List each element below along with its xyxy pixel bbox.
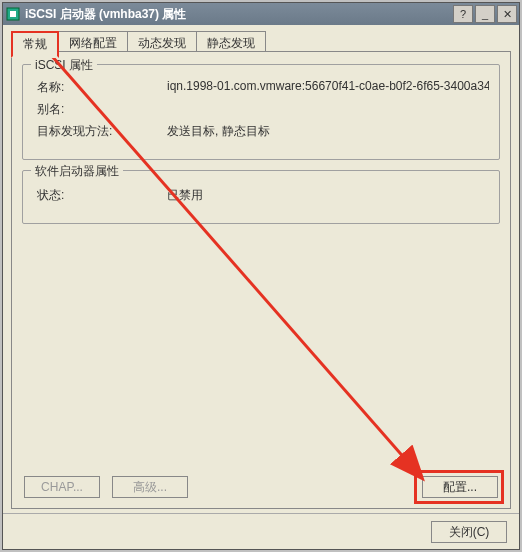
status-label: 状态:	[37, 187, 167, 205]
chap-button[interactable]: CHAP...	[24, 476, 100, 498]
advanced-button[interactable]: 高级...	[112, 476, 188, 498]
tab-general-label: 常规	[23, 37, 47, 51]
close-button[interactable]: 关闭(C)	[431, 521, 507, 543]
close-button-label: 关闭(C)	[449, 524, 490, 541]
app-icon	[5, 6, 21, 22]
group-software-initiator: 软件启动器属性 状态: 已禁用	[22, 170, 500, 224]
group-iscsi-legend: iSCSI 属性	[31, 57, 97, 74]
chap-button-label: CHAP...	[41, 480, 83, 494]
group-iscsi-properties: iSCSI 属性 名称: iqn.1998-01.com.vmware:5667…	[22, 64, 500, 160]
alias-value	[167, 101, 489, 119]
content-area: 常规 网络配置 动态发现 静态发现 iSCSI 属性 名称: iqn.1998-…	[3, 25, 519, 549]
configure-button[interactable]: 配置...	[422, 476, 498, 498]
bottom-bar: 关闭(C)	[3, 513, 519, 549]
configure-button-label: 配置...	[443, 479, 477, 496]
name-label: 名称:	[37, 79, 167, 97]
dialog-window: iSCSI 启动器 (vmhba37) 属性 ? _ ✕ 常规 网络配置 动态发…	[2, 2, 520, 550]
discovery-value: 发送目标, 静态目标	[167, 123, 489, 141]
tab-network-label: 网络配置	[69, 36, 117, 50]
status-value: 已禁用	[167, 187, 489, 205]
tab-panel: iSCSI 属性 名称: iqn.1998-01.com.vmware:5667…	[11, 51, 511, 509]
alias-label: 别名:	[37, 101, 167, 119]
help-button[interactable]: ?	[453, 5, 473, 23]
svg-rect-1	[10, 11, 16, 17]
name-value: iqn.1998-01.com.vmware:56670f41-c0ae-b0f…	[167, 79, 489, 97]
discovery-label: 目标发现方法:	[37, 123, 167, 141]
minimize-button[interactable]: _	[475, 5, 495, 23]
tab-static-label: 静态发现	[207, 36, 255, 50]
titlebar[interactable]: iSCSI 启动器 (vmhba37) 属性 ? _ ✕	[3, 3, 519, 25]
window-title: iSCSI 启动器 (vmhba37) 属性	[25, 6, 453, 23]
advanced-button-label: 高级...	[133, 479, 167, 496]
close-window-button[interactable]: ✕	[497, 5, 517, 23]
tab-dynamic-label: 动态发现	[138, 36, 186, 50]
group-software-legend: 软件启动器属性	[31, 163, 123, 180]
tab-general[interactable]: 常规	[11, 31, 59, 58]
window-controls: ? _ ✕	[453, 5, 517, 23]
